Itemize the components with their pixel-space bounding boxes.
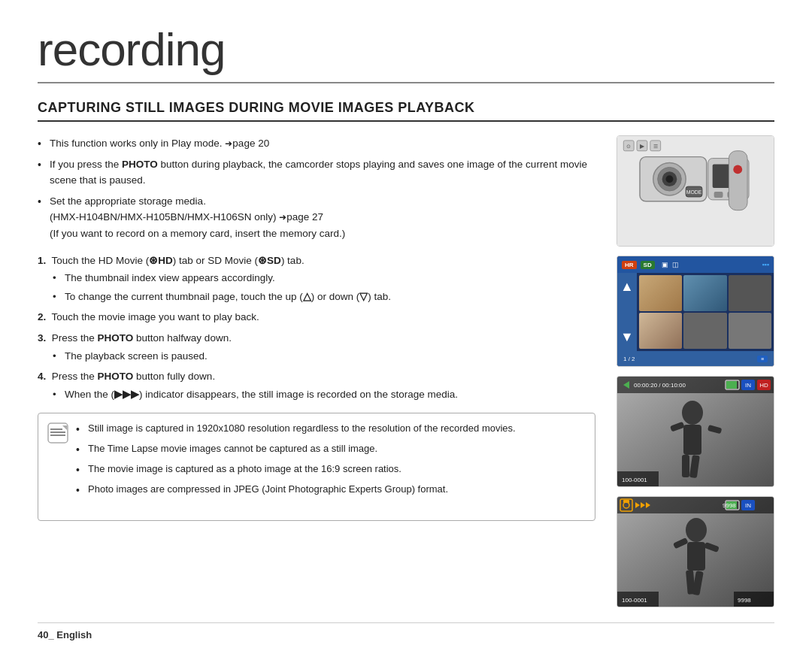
note-box: Still image is captured in 1920x1080 res…: [38, 413, 595, 520]
note-content: Still image is captured in 1920x1080 res…: [76, 421, 516, 501]
thumb-4[interactable]: [639, 313, 682, 349]
images-section: ⊙ ▶ ☰ MODE: [617, 135, 774, 607]
svg-text:IN: IN: [745, 382, 751, 389]
footer: 40_ English: [38, 622, 774, 640]
svg-text:100-0001: 100-0001: [622, 597, 647, 604]
thumb-3[interactable]: [729, 275, 771, 311]
bullet-3: Set the appropriate storage media. (HMX-…: [38, 193, 595, 242]
step-1-sub-2: To change the current thumbnail page, to…: [53, 289, 595, 305]
svg-text:9998: 9998: [738, 597, 751, 604]
step-2: 2. Touch the movie image you want to pla…: [38, 309, 595, 326]
playback-paused-image: 00:00:20 / 00:10:00 IN HD 100-0001: [617, 376, 774, 487]
thumb-6[interactable]: [729, 313, 771, 349]
note-item-4: Photo images are compressed in JPEG (Joi…: [76, 482, 516, 498]
note-item-3: The movie image is captured as a photo i…: [76, 462, 516, 477]
step-1: 1. Touch the HD Movie (⊛HD) tab or SD Mo…: [38, 253, 595, 305]
bullet-1: This function works only in Play mode. ➜…: [38, 135, 595, 152]
main-content: This function works only in Play mode. ➜…: [38, 135, 774, 607]
step-3-sub-1: The playback screen is paused.: [53, 348, 595, 365]
svg-rect-47: [687, 542, 705, 571]
svg-rect-1: [50, 428, 62, 430]
text-section: This function works only in Play mode. ➜…: [38, 135, 595, 607]
page-title: recording: [38, 23, 774, 83]
cam2-storage-icon: ▪▪▪: [762, 261, 769, 268]
cam4-inner: IN 100-0001 9998 9998: [617, 497, 774, 607]
step-1-sub-1: The thumbnail index view appears accordi…: [53, 270, 595, 286]
svg-rect-28: [683, 425, 701, 455]
svg-text:☰: ☰: [653, 144, 658, 149]
cam2-icon2: ◫: [672, 261, 679, 268]
step-4: 4. Press the PHOTO button fully down. Wh…: [38, 368, 595, 402]
cam3-inner: 00:00:20 / 00:10:00 IN HD 100-0001: [617, 377, 774, 486]
sd-badge: SD: [641, 261, 655, 269]
svg-rect-3: [50, 435, 65, 436]
intro-bullets: This function works only in Play mode. ➜…: [38, 135, 595, 242]
step-3: 3. Press the PHOTO button halfway down. …: [38, 330, 595, 364]
svg-text:9998: 9998: [723, 502, 736, 509]
svg-text:⊙: ⊙: [626, 144, 631, 149]
svg-text:MODE: MODE: [686, 189, 702, 195]
thumbnail-grid-image: HR SD ▣ ◫ ▪▪▪ ▲ ▼: [617, 256, 774, 367]
svg-text:100-0001: 100-0001: [622, 477, 647, 483]
note-item-1: Still image is captured in 1920x1080 res…: [76, 421, 516, 437]
svg-point-16: [666, 175, 674, 183]
numbered-steps: 1. Touch the HD Movie (⊛HD) tab or SD Mo…: [38, 253, 595, 403]
svg-rect-31: [682, 455, 689, 477]
svg-rect-21: [714, 192, 723, 198]
svg-rect-23: [729, 151, 747, 210]
svg-rect-55: [623, 500, 629, 503]
page: recording CAPTURING STILL IMAGES DURING …: [0, 0, 812, 651]
step-4-subs: When the (▶▶▶) indicator disappears, the…: [38, 386, 595, 403]
scroll-down-arrow[interactable]: ▼: [620, 329, 634, 345]
svg-text:▶: ▶: [640, 143, 645, 150]
svg-point-27: [682, 401, 703, 425]
hr-badge: HR: [622, 261, 637, 269]
cam1-inner: ⊙ ▶ ☰ MODE: [617, 136, 774, 246]
step-1-subs: The thumbnail index view appears accordi…: [38, 270, 595, 304]
page-number: 40_ English: [38, 629, 92, 640]
step-4-sub-1: When the (▶▶▶) indicator disappears, the…: [53, 386, 595, 403]
view-btn[interactable]: ≡: [757, 356, 768, 362]
thumb-1[interactable]: [639, 275, 682, 311]
note-icon: [47, 422, 68, 444]
section-heading: CAPTURING STILL IMAGES DURING MOVIE IMAG…: [38, 100, 774, 122]
svg-rect-41: [726, 381, 737, 389]
svg-point-46: [686, 518, 707, 542]
step-3-subs: The playback screen is paused.: [38, 348, 595, 365]
page-indicator: 1 / 2: [623, 356, 635, 362]
bullet-2: If you press the PHOTO button during pla…: [38, 156, 595, 189]
scroll-up-arrow[interactable]: ▲: [620, 279, 634, 295]
note-item-2: The Time Lapse movie images cannot be ca…: [76, 441, 516, 457]
photo-captured-image: IN 100-0001 9998 9998: [617, 496, 774, 607]
cam2-icon1: ▣: [662, 261, 668, 268]
svg-text:00:00:20 / 00:10:00: 00:00:20 / 00:10:00: [634, 382, 686, 389]
svg-text:HD: HD: [759, 382, 768, 389]
svg-point-24: [733, 165, 742, 174]
thumb-5[interactable]: [683, 313, 726, 349]
camcorder-device-image: ⊙ ▶ ☰ MODE: [617, 135, 774, 247]
svg-text:IN: IN: [745, 502, 751, 509]
svg-rect-2: [50, 431, 65, 433]
thumb-2[interactable]: [683, 275, 726, 311]
